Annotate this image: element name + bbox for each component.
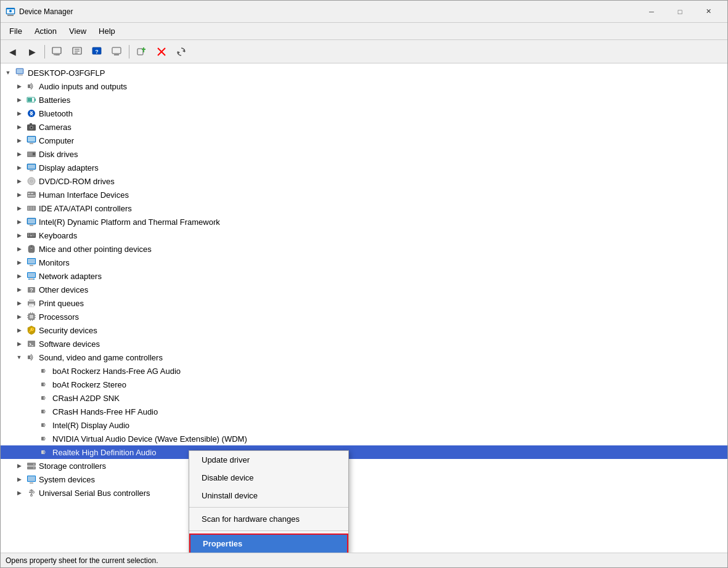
expand-system[interactable]: ▶: [14, 474, 24, 484]
ide-label: IDE ATA/ATAPI controllers: [39, 204, 132, 213]
tree-item-boat1[interactable]: boAt Rockerz Hands-Free AG Audio: [1, 364, 727, 378]
menu-action[interactable]: Action: [28, 24, 63, 38]
tree-item-root[interactable]: ▼ DESKTOP-O3FGFLP: [1, 66, 727, 79]
tree-item-disk[interactable]: ▶ Disk drives: [1, 147, 727, 161]
tree-item-hid[interactable]: ▶ Human Interface Devices: [1, 188, 727, 201]
tree-item-storage[interactable]: ▶ Storage controllers: [1, 459, 727, 473]
expand-root[interactable]: ▼: [3, 68, 13, 78]
computer-button[interactable]: [48, 43, 67, 60]
tree-item-dvd[interactable]: ▶ DVD/CD-ROM drives: [1, 174, 727, 188]
minimize-button[interactable]: ─: [637, 1, 666, 23]
content-area: ▼ DESKTOP-O3FGFLP ▶: [1, 63, 727, 553]
network-button[interactable]: [107, 43, 126, 60]
expand-cameras[interactable]: ▶: [14, 122, 24, 132]
expand-audio[interactable]: ▶: [14, 81, 24, 91]
tree-item-computer[interactable]: ▶ Computer: [1, 134, 727, 147]
context-menu: Update driver Disable device Uninstall d…: [189, 450, 349, 553]
delete-button[interactable]: [152, 43, 171, 60]
forward-button[interactable]: ▶: [23, 43, 41, 60]
tree-item-audio[interactable]: ▶ Audio inputs and outputs: [1, 79, 727, 93]
context-menu-scan-changes[interactable]: Scan for hardware changes: [189, 510, 348, 528]
expand-mice[interactable]: ▶: [14, 244, 24, 254]
icon-bluetooth: [26, 108, 37, 119]
icon-crash1: [39, 392, 51, 404]
menu-view[interactable]: View: [63, 24, 92, 38]
tree-item-crash1[interactable]: CRasH A2DP SNK: [1, 391, 727, 405]
tree-item-cameras[interactable]: ▶ Cameras: [1, 120, 727, 134]
tree-item-software[interactable]: ▶ Software devices: [1, 337, 727, 351]
svg-point-29: [28, 110, 35, 117]
expand-hid[interactable]: ▶: [14, 190, 24, 200]
svg-rect-62: [33, 233, 35, 235]
expand-dvd[interactable]: ▶: [14, 176, 24, 186]
expand-software[interactable]: ▶: [14, 339, 24, 349]
expand-computer[interactable]: ▶: [14, 136, 24, 145]
security-label: Security devices: [39, 326, 97, 335]
tree-item-security[interactable]: ▶ 🔑 Security devices: [1, 323, 727, 337]
menu-file[interactable]: File: [3, 24, 28, 38]
tree-item-keyboards[interactable]: ▶ Keyboards: [1, 229, 727, 242]
tree-item-network[interactable]: ▶ Network adapters: [1, 269, 727, 283]
tree-item-sound[interactable]: ▼ Sound, video and game controllers: [1, 351, 727, 364]
tree-item-realtek[interactable]: Realtek High Definition Audio: [1, 445, 727, 459]
tree-item-system[interactable]: ▶ System devices: [1, 473, 727, 486]
expand-crash2: [28, 407, 38, 416]
expand-bluetooth[interactable]: ▶: [14, 108, 24, 118]
tree-item-crash2[interactable]: CRasH Hands-Free HF Audio: [1, 405, 727, 418]
context-menu-properties[interactable]: Properties: [189, 534, 348, 553]
expand-monitors[interactable]: ▶: [14, 258, 24, 267]
expand-storage[interactable]: ▶: [14, 461, 24, 471]
add-button[interactable]: [133, 43, 151, 60]
device-tree[interactable]: ▼ DESKTOP-O3FGFLP ▶: [1, 63, 727, 553]
tree-item-mice[interactable]: ▶ Mice and other pointing devices: [1, 242, 727, 256]
context-menu-disable-device[interactable]: Disable device: [189, 469, 348, 487]
tree-item-ide[interactable]: ▶ IDE ATA/ATAPI controllers: [1, 201, 727, 215]
expand-keyboards[interactable]: ▶: [14, 230, 24, 240]
icon-keyboards: [26, 230, 37, 241]
svg-rect-72: [28, 273, 35, 277]
svg-point-106: [33, 464, 35, 465]
tree-item-print[interactable]: ▶ Print queues: [1, 296, 727, 310]
svg-rect-13: [112, 47, 121, 54]
tree-item-usb[interactable]: ▶ Universal Serial Bus controllers: [1, 486, 727, 500]
expand-intel[interactable]: ▶: [14, 217, 24, 227]
tree-item-batteries[interactable]: ▶ Batteries: [1, 93, 727, 107]
svg-rect-64: [30, 235, 33, 237]
context-menu-uninstall-device[interactable]: Uninstall device: [189, 487, 348, 505]
expand-processors[interactable]: ▶: [14, 312, 24, 322]
svg-point-3: [9, 10, 12, 12]
help-button[interactable]: ?: [88, 43, 106, 60]
search-button[interactable]: [68, 43, 86, 60]
svg-point-38: [33, 153, 35, 155]
tree-item-processors[interactable]: ▶ Processors: [1, 310, 727, 323]
maximize-button[interactable]: □: [666, 1, 694, 23]
expand-network[interactable]: ▶: [14, 271, 24, 281]
system-label: System devices: [39, 475, 95, 484]
expand-print[interactable]: ▶: [14, 298, 24, 308]
context-menu-update-driver[interactable]: Update driver: [189, 451, 348, 469]
tree-item-intel[interactable]: ▶ Intel(R) Dynamic Platform and Thermal …: [1, 215, 727, 229]
tree-item-monitors[interactable]: ▶ Monitors: [1, 256, 727, 269]
tree-item-nvidia[interactable]: NVIDIA Virtual Audio Device (Wave Extens…: [1, 432, 727, 445]
tree-item-boat2[interactable]: boAt Rockerz Stereo: [1, 378, 727, 391]
expand-sound[interactable]: ▼: [14, 352, 24, 362]
back-button[interactable]: ◀: [3, 43, 22, 60]
expand-batteries[interactable]: ▶: [14, 95, 24, 105]
expand-display[interactable]: ▶: [14, 163, 24, 172]
icon-security: 🔑: [26, 325, 37, 336]
expand-security[interactable]: ▶: [14, 325, 24, 335]
menu-help[interactable]: Help: [92, 24, 121, 38]
refresh-button[interactable]: [172, 43, 190, 60]
tree-item-display[interactable]: ▶ Display adapters: [1, 161, 727, 174]
svg-rect-102: [41, 437, 44, 440]
expand-usb[interactable]: ▶: [14, 488, 24, 498]
expand-disk[interactable]: ▶: [14, 149, 24, 159]
tree-item-bluetooth[interactable]: ▶ Bluetooth: [1, 107, 727, 120]
expand-ide[interactable]: ▶: [14, 203, 24, 213]
svg-rect-48: [28, 193, 30, 194]
close-button[interactable]: ✕: [694, 1, 722, 23]
tree-item-other[interactable]: ▶ ? Other devices: [1, 283, 727, 296]
tree-item-intel-display[interactable]: Intel(R) Display Audio: [1, 418, 727, 432]
other-label: Other devices: [39, 285, 88, 294]
expand-other[interactable]: ▶: [14, 285, 24, 294]
